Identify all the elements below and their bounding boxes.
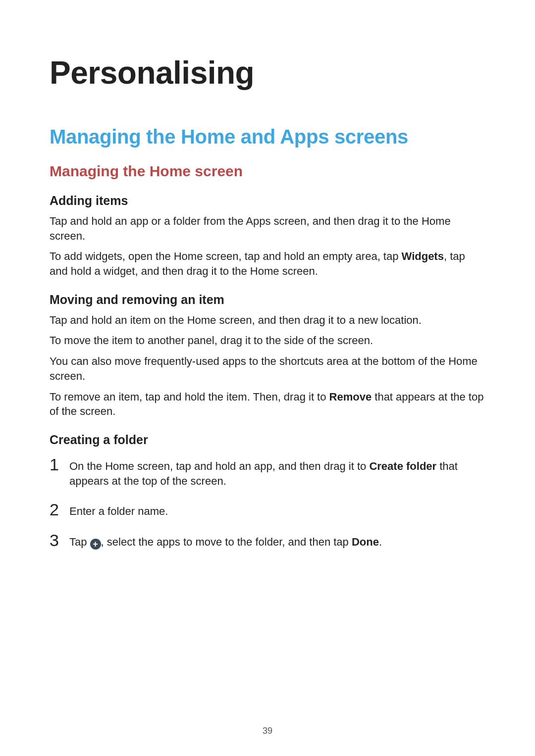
topic-heading-moving-removing: Moving and removing an item	[50, 293, 485, 307]
list-item: 1 On the Home screen, tap and hold an ap…	[50, 456, 485, 488]
step-body: On the Home screen, tap and hold an app,…	[69, 456, 485, 488]
page: Personalising Managing the Home and Apps…	[0, 0, 535, 756]
page-title: Personalising	[50, 54, 485, 91]
topic-heading-creating-folder: Creating a folder	[50, 433, 485, 447]
page-number: 39	[0, 726, 535, 736]
bold-term-done: Done	[352, 536, 379, 548]
bold-term-create-folder: Create folder	[369, 460, 436, 472]
topic-heading-adding-items: Adding items	[50, 194, 485, 208]
section-heading: Managing the Home and Apps screens	[50, 126, 485, 148]
step-number: 3	[50, 532, 60, 549]
bold-term-widgets: Widgets	[402, 250, 444, 262]
bold-term-remove: Remove	[329, 391, 372, 403]
body-text: To move the item to another panel, drag …	[50, 333, 485, 348]
step-number: 2	[50, 501, 60, 518]
body-text: Tap and hold an app or a folder from the…	[50, 214, 485, 243]
body-text-span: To remove an item, tap and hold the item…	[50, 391, 329, 403]
body-text: You can also move frequently-used apps t…	[50, 354, 485, 383]
body-text: Tap and hold an item on the Home screen,…	[50, 313, 485, 328]
subsection-heading: Managing the Home screen	[50, 163, 485, 180]
numbered-list: 1 On the Home screen, tap and hold an ap…	[50, 456, 485, 550]
step-body: Enter a folder name.	[69, 501, 485, 519]
step-body: Tap +, select the apps to move to the fo…	[69, 532, 485, 550]
body-text-span: Tap	[69, 536, 90, 548]
plus-icon: +	[90, 539, 101, 550]
body-text-span: .	[379, 536, 382, 548]
step-number: 1	[50, 456, 60, 473]
body-text: To remove an item, tap and hold the item…	[50, 390, 485, 419]
body-text: To add widgets, open the Home screen, ta…	[50, 249, 485, 278]
list-item: 2 Enter a folder name.	[50, 501, 485, 519]
body-text-span: To add widgets, open the Home screen, ta…	[50, 250, 402, 262]
body-text-span: On the Home screen, tap and hold an app,…	[69, 460, 369, 472]
list-item: 3 Tap +, select the apps to move to the …	[50, 532, 485, 550]
body-text-span: , select the apps to move to the folder,…	[101, 536, 352, 548]
